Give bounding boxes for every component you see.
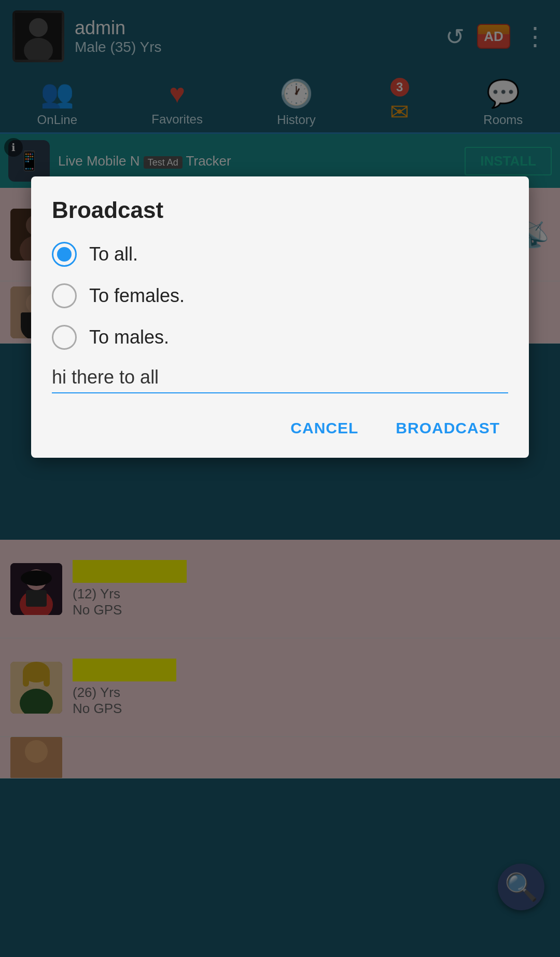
message-input[interactable] bbox=[52, 366, 508, 388]
option-to-males[interactable]: To males. bbox=[52, 325, 508, 350]
modal-overlay bbox=[0, 0, 560, 957]
option-to-females-label: To females. bbox=[89, 285, 185, 307]
broadcast-button[interactable]: BROADCAST bbox=[387, 414, 508, 442]
message-input-container bbox=[52, 366, 508, 393]
radio-to-females[interactable] bbox=[52, 283, 77, 308]
radio-to-males[interactable] bbox=[52, 325, 77, 350]
cancel-button[interactable]: CANCEL bbox=[282, 414, 367, 442]
option-to-all-label: To all. bbox=[89, 243, 138, 265]
radio-to-all[interactable] bbox=[52, 242, 77, 267]
option-to-males-label: To males. bbox=[89, 326, 169, 348]
dialog-title: Broadcast bbox=[52, 197, 508, 223]
radio-inner-to-all bbox=[57, 247, 72, 262]
option-to-all[interactable]: To all. bbox=[52, 242, 508, 267]
dialog-actions: CANCEL BROADCAST bbox=[52, 414, 508, 442]
option-to-females[interactable]: To females. bbox=[52, 283, 508, 308]
broadcast-dialog: Broadcast To all. To females. To males. … bbox=[31, 176, 529, 458]
